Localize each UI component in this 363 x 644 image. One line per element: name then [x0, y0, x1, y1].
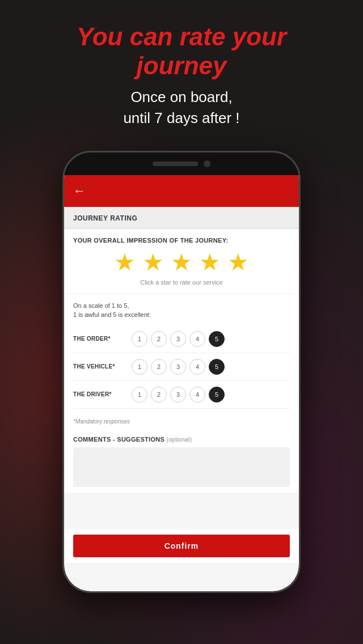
phone-mockup: ← JOURNEY RATING YOUR OVERALL IMPRESSION… — [0, 151, 363, 593]
order-label: THE ORDER* — [73, 336, 127, 342]
order-btn-4[interactable]: 4 — [189, 331, 205, 347]
driver-btn-5[interactable]: 5 — [209, 387, 225, 402]
star-5[interactable]: ★ — [227, 251, 249, 274]
driver-label: THE DRIVER* — [73, 391, 127, 397]
driver-btn-4[interactable]: 4 — [189, 387, 205, 402]
vehicle-numbers[interactable]: 1 2 3 4 5 — [132, 359, 225, 375]
driver-btn-3[interactable]: 3 — [170, 387, 186, 402]
phone-notch — [153, 160, 210, 167]
star-1[interactable]: ★ — [114, 251, 136, 274]
vehicle-btn-4[interactable]: 4 — [189, 359, 205, 375]
phone-speaker — [153, 162, 198, 166]
optional-label: (optional) — [167, 437, 192, 443]
mandatory-note: *Mandatory responses — [64, 411, 299, 430]
title-line1: You can rate your — [77, 23, 286, 50]
phone-frame: ← JOURNEY RATING YOUR OVERALL IMPRESSION… — [62, 151, 301, 593]
order-numbers[interactable]: 1 2 3 4 5 — [132, 331, 225, 347]
mandatory-text: *Mandatory responses — [73, 418, 130, 425]
page-title: You can rate your journey Once on board,… — [0, 0, 363, 139]
page-background: You can rate your journey Once on board,… — [0, 0, 363, 593]
order-btn-1[interactable]: 1 — [132, 331, 147, 347]
scale-line1: On a scale of 1 to 5, — [73, 302, 129, 309]
overall-rating-section: YOUR OVERALL IMPRESSION OF THE JOURNEY: … — [64, 229, 299, 294]
back-button[interactable]: ← — [73, 184, 86, 198]
star-hint: Click a star to rate our service — [73, 279, 290, 286]
vehicle-label: THE VEHICLE* — [73, 363, 127, 370]
phone-camera — [204, 160, 210, 167]
driver-numbers[interactable]: 1 2 3 4 5 — [132, 387, 225, 402]
driver-rating-row: THE DRIVER* 1 2 3 4 5 — [73, 381, 290, 409]
subtitle-line2: until 7 days after ! — [123, 109, 239, 126]
subtitle-line1: Once on board, — [130, 88, 232, 105]
order-btn-2[interactable]: 2 — [151, 331, 167, 347]
vehicle-btn-2[interactable]: 2 — [151, 359, 167, 375]
star-2[interactable]: ★ — [142, 251, 164, 274]
order-btn-3[interactable]: 3 — [170, 331, 186, 347]
scale-line2: 1 is awful and 5 is excellent: — [73, 311, 151, 318]
vehicle-btn-1[interactable]: 1 — [132, 359, 147, 375]
vehicle-btn-5[interactable]: 5 — [209, 359, 225, 375]
confirm-button-row: Confirm — [64, 529, 299, 563]
phone-screen: ← JOURNEY RATING YOUR OVERALL IMPRESSION… — [64, 175, 299, 591]
stars-row[interactable]: ★ ★ ★ ★ ★ — [73, 251, 290, 274]
vehicle-rating-row: THE VEHICLE* 1 2 3 4 5 — [73, 353, 290, 381]
star-4[interactable]: ★ — [199, 251, 221, 274]
confirm-button[interactable]: Confirm — [73, 535, 290, 557]
vehicle-btn-3[interactable]: 3 — [170, 359, 186, 375]
scale-section: On a scale of 1 to 5, 1 is awful and 5 i… — [64, 294, 299, 411]
comments-label-text: COMMENTS - SUGGESTIONS — [73, 436, 164, 443]
app-header: ← — [64, 175, 299, 207]
order-rating-row: THE ORDER* 1 2 3 4 5 — [73, 325, 290, 353]
driver-btn-1[interactable]: 1 — [132, 387, 147, 402]
title-line2: journey — [137, 52, 227, 79]
star-3[interactable]: ★ — [171, 251, 192, 274]
comments-section: COMMENTS - SUGGESTIONS (optional) — [64, 430, 299, 493]
driver-btn-2[interactable]: 2 — [151, 387, 167, 402]
section-header: JOURNEY RATING — [64, 207, 299, 229]
section-header-label: JOURNEY RATING — [73, 214, 137, 222]
order-btn-5[interactable]: 5 — [209, 331, 225, 347]
overall-label: YOUR OVERALL IMPRESSION OF THE JOURNEY: — [73, 237, 290, 244]
comments-input[interactable] — [73, 447, 290, 487]
comments-label: COMMENTS - SUGGESTIONS (optional) — [73, 436, 290, 443]
